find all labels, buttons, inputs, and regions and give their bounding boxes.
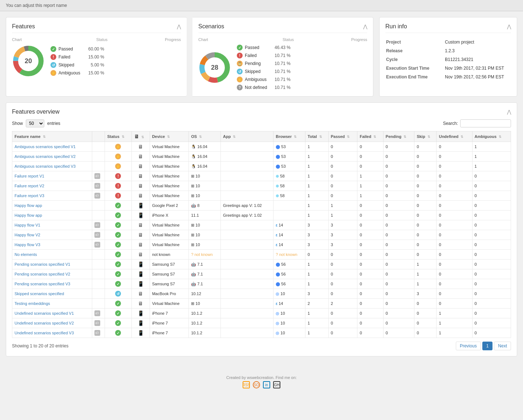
cell-pending: 0 (383, 260, 414, 269)
cell-pending: 0 (383, 279, 414, 289)
status-passed-icon: ✓ (115, 222, 121, 228)
feature-link[interactable]: Failure report V1 (15, 174, 44, 178)
cell-passed: 0 (328, 171, 357, 181)
th-passed: Passed ⇅ (328, 131, 357, 142)
features-collapse-btn[interactable]: ⋀ (177, 24, 181, 29)
mobile-icon: 📱 (138, 212, 144, 218)
cell-failed: 0 (357, 162, 383, 171)
top-bar-text: You can adjust this report name (6, 3, 67, 8)
th-undefined: Undefined ⇅ (437, 131, 472, 142)
footer-text: Created by wswebcreation. Find me on: (226, 375, 297, 380)
feature-link[interactable]: Happy flow app (15, 203, 42, 208)
scenarios-chart-area: 28 ✓ Passed 46.43 % ! Failed 10.71 % ⏳ (198, 45, 367, 90)
cell-pending: 0 (383, 250, 414, 260)
cell-failed: 0 (357, 289, 383, 299)
cell-feature-name: Pending scenarios specified V1 (12, 260, 92, 269)
feature-link[interactable]: Happy flow V1 (15, 223, 40, 227)
sc-passed-value: 46.43 % (272, 45, 291, 50)
cell-status: ! (105, 171, 132, 181)
ios-icon: 10.1.2 (191, 321, 202, 325)
show-select[interactable]: 102550100 (26, 119, 44, 127)
cell-passed: 0 (328, 191, 357, 201)
cell-pending: 0 (383, 201, 414, 211)
status-skipped-icon: ↺ (115, 291, 121, 297)
previous-button[interactable]: Previous (456, 342, 481, 350)
feature-link[interactable]: Undefined scenarios specified V3 (15, 331, 74, 335)
cell-ambiguous: 0 (472, 230, 511, 240)
feature-link[interactable]: Happy flow app (15, 213, 42, 217)
sc-pending-label: Pending (245, 61, 270, 66)
run-info-collapse-btn[interactable]: ⋀ (507, 24, 511, 29)
table-row: Happy flow app ✓ 📱 Google Pixel 2 🤖 8 Gr… (12, 201, 511, 211)
chrome-icon: ⬤ (276, 144, 280, 149)
scenarios-legend: ✓ Passed 46.43 % ! Failed 10.71 % ⏳ Pend… (237, 45, 291, 90)
status-passed-icon: ✓ (115, 212, 121, 218)
desktop-icon: 🖥 (138, 222, 143, 228)
th-device-type: 🖥 ⇅ (131, 131, 150, 142)
cell-total: 3 (305, 240, 329, 250)
cell-os: 🐧 16.04 (189, 162, 221, 171)
th-feature-name: Feature name ⇅ (12, 131, 92, 142)
feature-link[interactable]: Undefined scenarios specified V2 (15, 321, 74, 325)
mobile-icon: 📱 (138, 261, 144, 267)
cell-passed: 0 (328, 260, 357, 269)
table-row: Pending scenarios specified V3 ✓ 📱 Samsu… (12, 279, 511, 289)
feature-link[interactable]: Ambiguous scenarios specified V1 (15, 144, 76, 149)
page-1-button[interactable]: 1 (482, 342, 493, 350)
cell-ambiguous: 0 (472, 201, 511, 211)
cell-ambiguous: 0 (472, 289, 511, 299)
th-ambiguous: Ambiguous ⇅ (472, 131, 511, 142)
scenarios-collapse-btn[interactable]: ⋀ (363, 24, 367, 29)
feature-link[interactable]: Skipped scenarios specified (15, 291, 64, 296)
search-input[interactable] (460, 119, 511, 127)
linkedin-icon[interactable]: in (263, 381, 270, 388)
cell-total: 1 (305, 269, 329, 279)
cell-tag (92, 142, 105, 152)
feature-link[interactable]: Testing embeddings (15, 301, 50, 306)
feature-link[interactable]: Happy flow V3 (15, 242, 40, 247)
status-passed-icon: ✓ (115, 242, 121, 248)
next-button[interactable]: Next (494, 342, 511, 350)
cell-browser: ε 14 (273, 230, 305, 240)
cell-total: 1 (305, 309, 329, 318)
status-passed-icon: ✓ (115, 271, 121, 277)
cell-pending: 0 (383, 289, 414, 299)
cell-passed: 0 (328, 142, 357, 152)
stackoverflow-icon[interactable]: SO (253, 381, 260, 388)
cell-feature-name: Happy flow app (12, 201, 92, 211)
github-icon[interactable]: GH (273, 381, 280, 388)
overview-collapse-btn[interactable]: ⋀ (507, 109, 511, 115)
table-row: Pending scenarios specified V2 ✓ 📱 Samsu… (12, 269, 511, 279)
scenarios-legend-failed: ! Failed 10.71 % (237, 53, 291, 58)
cell-os: ⊞ 10 (189, 191, 221, 201)
rss-icon[interactable]: RSS (243, 381, 250, 388)
features-col-status: Status (52, 37, 152, 42)
table-row: Ambiguous scenarios specified V1 ⚡ 🖥 Vir… (12, 142, 511, 152)
cell-feature-name: Pending scenarios specified V3 (12, 279, 92, 289)
tag-icon: 🏷 (94, 242, 100, 248)
cell-passed: 1 (328, 201, 357, 211)
feature-link[interactable]: Pending scenarios specified V2 (15, 272, 70, 276)
cell-failed: 0 (357, 142, 383, 152)
feature-link[interactable]: Happy flow V2 (15, 233, 40, 237)
mobile-icon: 📱 (138, 310, 144, 316)
cell-device-type: 📱 (131, 318, 150, 328)
feature-link[interactable]: Pending scenarios specified V3 (15, 282, 70, 286)
feature-link[interactable]: Failure report V3 (15, 193, 44, 198)
feature-link[interactable]: Ambiguous scenarios specified V3 (15, 164, 76, 168)
feature-link[interactable]: Ambiguous scenarios specified V2 (15, 154, 76, 159)
passed-icon: ✓ (50, 46, 56, 52)
cell-device: MacBook Pro (150, 289, 189, 299)
table-body: Ambiguous scenarios specified V1 ⚡ 🖥 Vir… (12, 142, 511, 338)
feature-link[interactable]: No elements (15, 252, 37, 257)
feature-link[interactable]: Pending scenarios specified V1 (15, 262, 70, 266)
android-icon: 🤖 (191, 262, 196, 266)
cell-app (221, 191, 273, 201)
cell-app (221, 220, 273, 230)
cell-device: Virtual Machine (150, 220, 189, 230)
cell-device: not known (150, 250, 189, 260)
feature-link[interactable]: Undefined scenarios specified V1 (15, 311, 74, 315)
run-info-row: ProjectCustom project (386, 38, 510, 46)
feature-link[interactable]: Failure report V2 (15, 184, 44, 188)
cell-pending: 0 (383, 318, 414, 328)
